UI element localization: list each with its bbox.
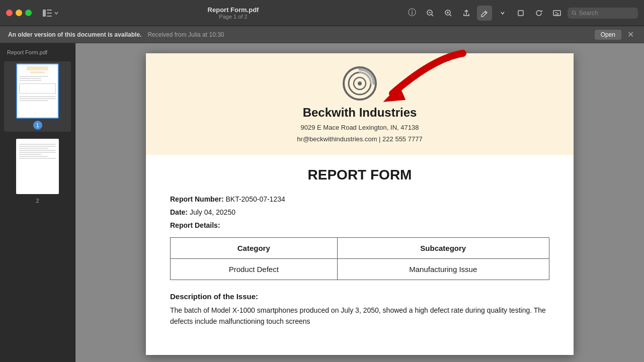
company-name: Beckwith Industries	[303, 106, 417, 120]
notification-bar: An older version of this document is ava…	[0, 26, 644, 43]
sidebar-toggle[interactable]	[40, 8, 62, 19]
mini-line	[19, 150, 56, 151]
description-title: Description of the Issue:	[170, 292, 549, 301]
company-contact: hr@beckwithindustries.com | 222 555 7777	[297, 135, 422, 143]
zoom-in-icon[interactable]	[441, 6, 456, 21]
svg-line-16	[575, 14, 577, 15]
main-area: Report Form.pdf 1	[0, 43, 644, 362]
mini-line	[19, 152, 56, 153]
mini-line	[19, 80, 41, 81]
sidebar-filename: Report Form.pdf	[4, 48, 71, 56]
zoom-out-icon[interactable]	[423, 6, 438, 21]
svg-point-15	[572, 11, 575, 14]
pdf-header: Beckwith Industries 9029 E Mace Road Lex…	[146, 53, 574, 155]
traffic-lights	[6, 10, 32, 16]
mini-line	[19, 96, 56, 97]
page-2-number: 2	[33, 196, 42, 205]
pdf-page: Beckwith Industries 9029 E Mace Road Lex…	[146, 53, 574, 355]
report-title: REPORT FORM	[170, 167, 549, 183]
mini-line	[19, 154, 41, 155]
pdf-body: REPORT FORM Report Number: BKT-2050-07-1…	[146, 155, 574, 339]
frame-icon[interactable]	[513, 6, 528, 21]
mini-line	[19, 100, 48, 101]
notification-close-button[interactable]: ✕	[625, 30, 636, 39]
category-table: Category Subcategory Product Defect Manu…	[170, 237, 549, 280]
page-1-preview	[16, 63, 59, 119]
date-field: Date: July 04, 20250	[170, 208, 549, 216]
search-box[interactable]	[568, 8, 638, 19]
mini-line	[19, 98, 56, 99]
company-address: 9029 E Mace Road Lexington, IN, 47138	[301, 124, 419, 131]
chevron-down-icon	[54, 11, 59, 16]
title-section: Report Form.pdf Page 1 of 2	[66, 6, 400, 20]
svg-rect-3	[47, 16, 52, 17]
toolbar-icons: ⓘ	[405, 6, 638, 21]
mini-line	[19, 76, 48, 77]
mini-header-1	[27, 66, 49, 70]
mini-line	[19, 78, 41, 79]
close-button[interactable]	[6, 10, 13, 16]
share-icon[interactable]	[459, 6, 474, 21]
sidebar: Report Form.pdf 1	[0, 43, 75, 362]
search-icon	[572, 10, 577, 16]
report-number-value: BKT-2050-07-1234	[225, 195, 285, 203]
rotate-icon[interactable]	[531, 6, 546, 21]
document-title: Report Form.pdf	[208, 6, 259, 14]
description-text: The batch of Model X-1000 smartphones pr…	[170, 305, 549, 327]
report-number-field: Report Number: BKT-2050-07-1234	[170, 195, 549, 203]
table-cell-category: Product Defect	[171, 259, 338, 280]
page-indicator: Page 1 of 2	[219, 14, 247, 20]
svg-rect-1	[47, 10, 52, 11]
mini-line	[19, 146, 56, 147]
mini-line	[19, 156, 48, 157]
mini-line	[19, 144, 56, 145]
svg-point-21	[358, 81, 362, 85]
table-header-subcategory: Subcategory	[337, 238, 549, 259]
svg-line-10	[450, 15, 451, 16]
page-1-number: 1	[33, 121, 42, 130]
mini-line	[19, 158, 56, 159]
mini-header-2	[30, 71, 45, 73]
table-row: Product Defect Manufacturing Issue	[171, 259, 549, 280]
info-icon[interactable]: ⓘ	[405, 6, 420, 21]
sidebar-icon	[43, 10, 52, 17]
svg-line-6	[432, 15, 433, 16]
company-logo	[342, 65, 378, 102]
minimize-button[interactable]	[16, 10, 22, 16]
maximize-button[interactable]	[25, 10, 32, 16]
report-details-label: Report Details:	[170, 221, 549, 229]
title-bar: Report Form.pdf Page 1 of 2 ⓘ	[0, 0, 644, 26]
date-value: July 04, 20250	[190, 208, 235, 216]
thumbnail-page-2[interactable]: 2	[4, 137, 71, 207]
search-input[interactable]	[579, 10, 634, 17]
mini-table	[19, 83, 56, 94]
svg-rect-2	[47, 13, 52, 14]
sign-icon[interactable]	[549, 6, 565, 21]
table-cell-subcategory: Manufacturing Issue	[337, 259, 549, 280]
page-2-preview	[16, 139, 59, 194]
notification-open-button[interactable]: Open	[595, 30, 621, 40]
markup-icon[interactable]	[477, 6, 492, 21]
svg-rect-0	[43, 10, 46, 17]
mini-line	[19, 148, 48, 149]
pdf-viewer[interactable]: Beckwith Industries 9029 E Mace Road Lex…	[75, 43, 644, 362]
markup-chevron-icon[interactable]	[495, 6, 510, 21]
svg-rect-12	[518, 11, 523, 16]
thumbnail-page-1[interactable]: 1	[4, 61, 71, 132]
notification-detail: Received from Julia at 10:30	[147, 31, 224, 38]
notification-message: An older version of this document is ava…	[8, 31, 141, 38]
table-header-category: Category	[171, 238, 338, 259]
